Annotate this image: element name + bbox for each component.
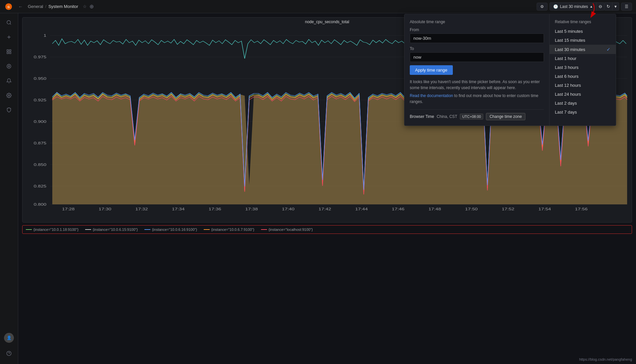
relative-item-label-15min: Last 15 minutes (555, 38, 585, 43)
legend-item-2[interactable]: {instance="10.0.6.16:9100"} (144, 228, 197, 232)
sidebar-item-dashboards[interactable] (2, 45, 16, 58)
time-range-display: Last 30 minutes (560, 4, 588, 9)
legend-item-4[interactable]: {instance="localhost:9100"} (261, 228, 313, 232)
svg-text:0.975: 0.975 (34, 55, 46, 59)
legend-item-0[interactable]: {instance="10.0.1.18:9100"} (26, 228, 79, 232)
legend-color-2 (144, 229, 150, 230)
sidebar-item-shield[interactable] (2, 103, 16, 117)
svg-text:17:32: 17:32 (135, 207, 148, 211)
sidebar-item-add[interactable] (2, 30, 16, 44)
relative-item-12hours[interactable]: Last 12 hours (550, 81, 616, 90)
sidebar-item-help[interactable] (2, 347, 16, 360)
svg-point-3 (7, 21, 11, 24)
hint-link-container: Read the documentation to find out more … (410, 93, 544, 105)
svg-text:0.900: 0.900 (34, 120, 46, 124)
time-picker-group: 🕐 Last 30 minutes ▲ ⊖ ↻ ▾ (550, 2, 619, 11)
svg-rect-7 (9, 52, 11, 54)
svg-text:17:30: 17:30 (99, 207, 111, 211)
relative-item-label-1hour: Last 1 hour (555, 56, 576, 61)
legend-label-0: {instance="10.0.1.18:9100"} (33, 228, 79, 232)
relative-item-label-7days: Last 7 days (555, 110, 577, 115)
relative-item-3hours[interactable]: Last 3 hours (550, 63, 616, 72)
legend-color-0 (26, 229, 32, 230)
relative-item-label-6hours: Last 6 hours (555, 74, 579, 79)
svg-rect-6 (7, 52, 9, 54)
relative-item-24hours[interactable]: Last 24 hours (550, 90, 616, 99)
svg-text:0.850: 0.850 (34, 163, 46, 167)
grafana-logo[interactable]: G (4, 2, 13, 11)
to-label: To (410, 46, 544, 51)
user-avatar[interactable]: 👤 (4, 333, 14, 343)
sidebar-item-alerts[interactable] (2, 74, 16, 87)
svg-text:17:34: 17:34 (172, 207, 185, 211)
svg-text:1: 1 (43, 33, 46, 37)
legend-color-1 (85, 229, 91, 230)
sidebar-item-search[interactable] (2, 16, 16, 29)
legend-item-3[interactable]: {instance="10.0.6.7:9100"} (204, 228, 254, 232)
change-timezone-button[interactable]: Change time zone (486, 113, 525, 120)
relative-item-7days[interactable]: Last 7 days (550, 108, 616, 117)
time-picker-dropdown: Absolute time range From To Apply time r… (404, 14, 616, 126)
hint-link[interactable]: Read the documentation (410, 93, 453, 98)
panel-view-btn[interactable]: ☰ (621, 3, 632, 11)
time-picker-zoom-out[interactable]: ⊖ (597, 2, 605, 11)
browser-time-value: China, CST (437, 114, 457, 119)
share-icon[interactable]: ⊕ (89, 3, 94, 10)
apply-time-range-button[interactable]: Apply time range (410, 65, 453, 75)
caret-up-icon: ▲ (590, 5, 593, 8)
svg-point-9 (8, 66, 10, 67)
checkmark-icon: ✓ (607, 47, 610, 52)
legend-label-2: {instance="10.0.6.16:9100"} (152, 228, 197, 232)
sidebar-item-settings[interactable] (2, 89, 16, 102)
svg-rect-4 (7, 50, 9, 51)
relative-item-label-12hours: Last 12 hours (555, 83, 581, 88)
top-nav: G ← General / System Monitor ☆ ⊕ ⚙ 🕐 Las… (0, 0, 636, 13)
svg-text:G: G (7, 5, 10, 8)
legend-label-3: {instance="10.0.6.7:9100"} (211, 228, 254, 232)
relative-item-5min[interactable]: Last 5 minutes (550, 27, 616, 36)
browser-time-label: Browser Time (410, 114, 434, 119)
relative-item-15min[interactable]: Last 15 minutes (550, 36, 616, 45)
star-icon[interactable]: ☆ (83, 4, 87, 9)
legend-label-1: {instance="10.0.6.15:9100"} (93, 228, 138, 232)
relative-item-30min[interactable]: Last 30 minutes ✓ (550, 45, 616, 54)
settings-btn[interactable]: ⚙ (537, 3, 548, 11)
hint-body: It looks like you haven't used this time… (410, 79, 540, 90)
utc-badge: UTC+08:00 (460, 114, 483, 120)
sidebar: 👤 (0, 13, 18, 364)
legend-color-3 (204, 229, 210, 230)
absolute-time-panel: Absolute time range From To Apply time r… (404, 14, 550, 126)
relative-item-label-3hours: Last 3 hours (555, 65, 579, 70)
svg-point-10 (8, 95, 10, 96)
legend-item-1[interactable]: {instance="10.0.6.15:9100"} (85, 228, 138, 232)
relative-time-panel: Relative time ranges Last 5 minutes Last… (550, 14, 616, 126)
breadcrumb-separator: / (45, 4, 46, 9)
svg-text:17:54: 17:54 (538, 207, 551, 211)
from-input[interactable] (410, 33, 544, 43)
hint-text: It looks like you haven't used this time… (410, 79, 544, 91)
svg-text:0.875: 0.875 (34, 141, 46, 145)
time-picker-button[interactable]: 🕐 Last 30 minutes ▲ (550, 2, 597, 11)
relative-item-6hours[interactable]: Last 6 hours (550, 72, 616, 81)
from-label: From (410, 27, 544, 32)
svg-text:17:38: 17:38 (245, 207, 258, 211)
svg-text:0.800: 0.800 (34, 202, 46, 206)
relative-item-2days[interactable]: Last 2 days (550, 99, 616, 108)
relative-item-label-5min: Last 5 minutes (555, 29, 583, 34)
refresh-interval-caret[interactable]: ▾ (612, 2, 619, 11)
absolute-section-title: Absolute time range (410, 20, 544, 24)
refresh-button[interactable]: ↻ (605, 2, 612, 11)
breadcrumb-parent[interactable]: General (28, 4, 43, 9)
svg-text:0.825: 0.825 (34, 184, 46, 188)
url-bar: https://blog.csdn.net/pangfaheng (579, 357, 632, 361)
relative-item-label-2days: Last 2 days (555, 101, 577, 106)
back-button[interactable]: ← (16, 2, 25, 11)
svg-text:17:28: 17:28 (62, 207, 75, 211)
svg-text:17:44: 17:44 (355, 207, 368, 211)
to-input[interactable] (410, 52, 544, 62)
relative-item-1hour[interactable]: Last 1 hour (550, 54, 616, 63)
legend-color-4 (261, 229, 267, 230)
sidebar-item-explore[interactable] (2, 60, 16, 73)
svg-text:17:40: 17:40 (282, 207, 294, 211)
legend-label-4: {instance="localhost:9100"} (269, 228, 313, 232)
